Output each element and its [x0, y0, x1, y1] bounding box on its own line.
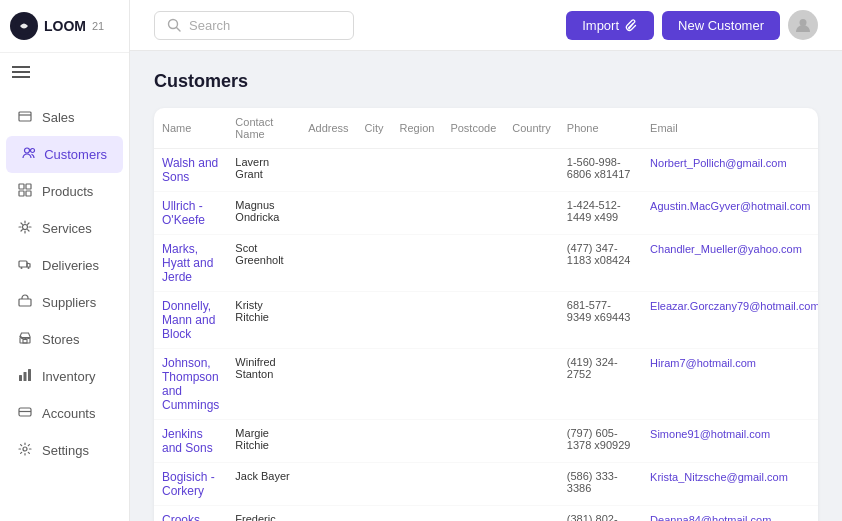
deliveries-icon — [16, 257, 34, 274]
sidebar-item-sales-label: Sales — [42, 110, 75, 125]
cell-email: Agustin.MacGyver@hotmail.com — [642, 192, 818, 235]
svg-rect-9 — [19, 261, 27, 267]
cell-email: Deanna84@hotmail.com — [642, 506, 818, 522]
sidebar-item-services-label: Services — [42, 221, 92, 236]
products-icon — [16, 183, 34, 200]
user-avatar[interactable] — [788, 10, 818, 40]
customer-name-link[interactable]: Jenkins and Sons — [162, 427, 213, 455]
cell-contact: Margie Ritchie — [227, 420, 300, 463]
header-right: Import New Customer — [566, 10, 818, 40]
email-value: Simone91@hotmail.com — [650, 428, 770, 440]
customers-card: Name ContactName Address City Region Pos… — [154, 108, 818, 521]
suppliers-icon — [16, 294, 34, 311]
main-area: Import New Customer Customers Name Conta… — [130, 0, 842, 521]
sidebar-nav: Sales Customers Products Services Delive… — [0, 91, 129, 521]
svg-point-11 — [28, 267, 30, 269]
inventory-icon — [16, 368, 34, 385]
sidebar-item-sales[interactable]: Sales — [0, 99, 129, 136]
customer-name-link[interactable]: Crooks LLC — [162, 513, 200, 521]
cell-phone: 681-577-9349 x69443 — [559, 292, 642, 349]
table-row: Johnson, Thompson and Cummings Winifred … — [154, 349, 818, 420]
col-header-address: Address — [300, 108, 356, 149]
search-input[interactable] — [189, 18, 329, 33]
page-title: Customers — [154, 71, 818, 92]
cell-country — [504, 192, 559, 235]
cell-email: Hiram7@hotmail.com — [642, 349, 818, 420]
cell-phone: 1-560-998-6806 x81417 — [559, 149, 642, 192]
email-value: Chandler_Mueller@yahoo.com — [650, 243, 802, 255]
cell-phone: (381) 802-4741 — [559, 506, 642, 522]
import-button[interactable]: Import — [566, 11, 654, 40]
sidebar-item-services[interactable]: Services — [0, 210, 129, 247]
cell-region — [392, 506, 443, 522]
cell-city — [357, 192, 392, 235]
settings-icon — [16, 442, 34, 459]
customer-name-link[interactable]: Bogisich - Corkery — [162, 470, 215, 498]
app-logo-text: LOOM — [44, 18, 86, 34]
sidebar-item-customers[interactable]: Customers — [6, 136, 123, 173]
table-row: Ullrich - O'Keefe Magnus Ondricka 1-424-… — [154, 192, 818, 235]
email-value: Eleazar.Gorczany79@hotmail.com — [650, 300, 818, 312]
sidebar-item-customers-label: Customers — [44, 147, 107, 162]
cell-city — [357, 420, 392, 463]
customer-name-link[interactable]: Walsh and Sons — [162, 156, 218, 184]
app-logo-number: 21 — [92, 20, 104, 32]
accounts-icon — [16, 405, 34, 422]
svg-rect-14 — [23, 340, 27, 344]
cell-address — [300, 463, 356, 506]
sidebar-item-stores[interactable]: Stores — [0, 321, 129, 358]
new-customer-button[interactable]: New Customer — [662, 11, 780, 40]
sidebar-menu-toggle[interactable] — [0, 53, 129, 91]
cell-city — [357, 235, 392, 292]
sidebar-item-suppliers[interactable]: Suppliers — [0, 284, 129, 321]
customer-name-link[interactable]: Ullrich - O'Keefe — [162, 199, 205, 227]
cell-country — [504, 149, 559, 192]
sidebar-item-products[interactable]: Products — [0, 173, 129, 210]
customer-name-link[interactable]: Marks, Hyatt and Jerde — [162, 242, 213, 284]
table-row: Jenkins and Sons Margie Ritchie (797) 60… — [154, 420, 818, 463]
svg-rect-6 — [19, 191, 24, 196]
import-label: Import — [582, 18, 619, 33]
cell-name: Johnson, Thompson and Cummings — [154, 349, 227, 420]
cell-phone: (586) 333-3386 — [559, 463, 642, 506]
cell-region — [392, 420, 443, 463]
cell-postcode — [442, 149, 504, 192]
customer-name-link[interactable]: Donnelly, Mann and Block — [162, 299, 215, 341]
cell-name: Donnelly, Mann and Block — [154, 292, 227, 349]
cell-email: Simone91@hotmail.com — [642, 420, 818, 463]
sidebar-item-accounts[interactable]: Accounts — [0, 395, 129, 432]
logo-icon — [10, 12, 38, 40]
cell-contact: Scot Greenholt — [227, 235, 300, 292]
cell-region — [392, 192, 443, 235]
cell-address — [300, 235, 356, 292]
cell-country — [504, 506, 559, 522]
svg-point-21 — [800, 19, 807, 26]
sidebar-item-settings[interactable]: Settings — [0, 432, 129, 469]
services-icon — [16, 220, 34, 237]
cell-email: Norbert_Pollich@gmail.com — [642, 149, 818, 192]
table-row: Donnelly, Mann and Block Kristy Ritchie … — [154, 292, 818, 349]
cell-country — [504, 420, 559, 463]
col-header-phone: Phone — [559, 108, 642, 149]
cell-country — [504, 463, 559, 506]
cell-name: Bogisich - Corkery — [154, 463, 227, 506]
sidebar-item-inventory[interactable]: Inventory — [0, 358, 129, 395]
cell-postcode — [442, 292, 504, 349]
cell-name: Marks, Hyatt and Jerde — [154, 235, 227, 292]
cell-address — [300, 149, 356, 192]
svg-point-3 — [31, 149, 35, 153]
cell-phone: (419) 324-2752 — [559, 349, 642, 420]
cell-contact: Magnus Ondricka — [227, 192, 300, 235]
customer-name-link[interactable]: Johnson, Thompson and Cummings — [162, 356, 219, 412]
table-row: Walsh and Sons Lavern Grant 1-560-998-68… — [154, 149, 818, 192]
cell-contact: Lavern Grant — [227, 149, 300, 192]
email-value: Krista_Nitzsche@gmail.com — [650, 471, 788, 483]
sidebar-item-deliveries[interactable]: Deliveries — [0, 247, 129, 284]
table-row: Bogisich - Corkery Jack Bayer (586) 333-… — [154, 463, 818, 506]
cell-phone: 1-424-512-1449 x499 — [559, 192, 642, 235]
svg-rect-17 — [28, 369, 31, 381]
cell-postcode — [442, 349, 504, 420]
col-header-region: Region — [392, 108, 443, 149]
cell-country — [504, 292, 559, 349]
svg-rect-16 — [24, 372, 27, 381]
